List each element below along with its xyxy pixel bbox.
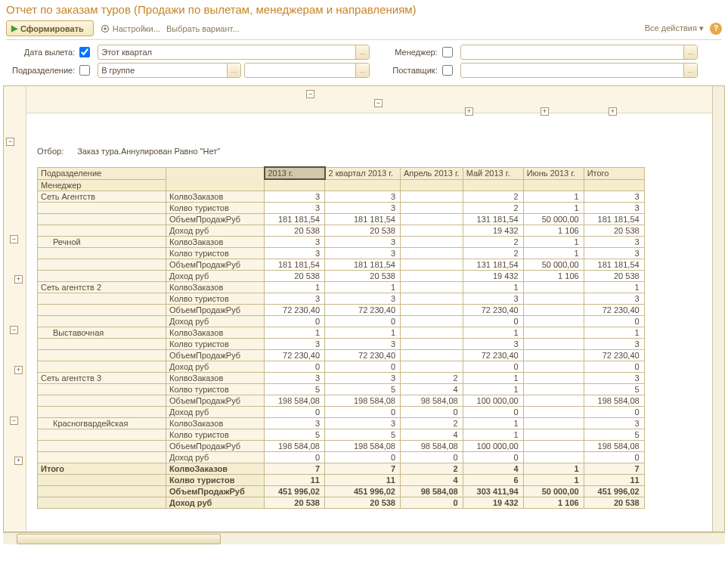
row-label bbox=[38, 440, 166, 451]
table-row: ОбъемПродажРуб198 584,08198 584,0898 584… bbox=[38, 395, 645, 406]
supplier-select-button[interactable]: … bbox=[683, 64, 697, 77]
division-input[interactable] bbox=[98, 64, 227, 77]
value-cell: 72 230,40 bbox=[265, 349, 325, 361]
col-expand-2[interactable]: + bbox=[541, 107, 549, 116]
value-cell: 19 432 bbox=[463, 270, 523, 281]
supplier-field[interactable]: … bbox=[460, 63, 698, 78]
value-cell: 1 bbox=[523, 474, 584, 485]
table-row: Колво туристов55415 bbox=[38, 383, 645, 395]
collapse-group3-button[interactable]: − bbox=[10, 417, 18, 425]
header-may[interactable]: Май 2013 г. bbox=[463, 167, 523, 179]
collapse-group2-button[interactable]: − bbox=[10, 326, 18, 334]
flight-date-checkbox[interactable] bbox=[79, 47, 90, 57]
generate-button[interactable]: ▶ Сформировать bbox=[6, 20, 94, 36]
col-expand-3[interactable]: + bbox=[609, 107, 617, 116]
col-collapse-1[interactable]: − bbox=[306, 90, 314, 98]
value-cell bbox=[523, 304, 584, 315]
value-cell: 181 181,54 bbox=[584, 213, 644, 225]
division-field[interactable]: … bbox=[98, 63, 241, 78]
value-cell bbox=[401, 202, 463, 213]
metric-label: КолвоЗаказов bbox=[166, 281, 265, 293]
value-cell: 72 230,40 bbox=[584, 304, 644, 315]
value-cell: 1 bbox=[463, 281, 523, 293]
table-row: ОбъемПродажРуб451 996,02451 996,0298 584… bbox=[38, 485, 645, 497]
svg-point-1 bbox=[104, 27, 107, 30]
division-select-button[interactable]: … bbox=[227, 64, 240, 77]
header-q2[interactable]: 2 квартал 2013 г. bbox=[325, 167, 401, 179]
value-cell: 3 bbox=[265, 417, 325, 429]
value-cell: 5 bbox=[325, 429, 401, 440]
row-label bbox=[38, 293, 166, 304]
manager-field[interactable]: … bbox=[460, 45, 698, 60]
value-cell bbox=[401, 225, 463, 236]
value-cell: 131 181,54 bbox=[463, 259, 523, 270]
flight-date-select-button[interactable]: … bbox=[355, 45, 369, 59]
toolbar: ▶ Сформировать Настройки... Выбрать вари… bbox=[6, 20, 722, 40]
row-label bbox=[38, 338, 166, 349]
value-cell: 1 bbox=[325, 281, 401, 293]
gear-icon bbox=[100, 23, 110, 34]
col-collapse-2[interactable]: − bbox=[374, 99, 383, 107]
flight-date-field[interactable]: … bbox=[98, 45, 370, 60]
metric-label: КолвоЗаказов bbox=[166, 372, 265, 383]
value-cell: 4 bbox=[463, 463, 523, 474]
supplier-checkbox[interactable] bbox=[442, 65, 453, 76]
supplier-input[interactable] bbox=[461, 64, 683, 77]
header-jun[interactable]: Июнь 2013 г. bbox=[523, 167, 584, 179]
expand-child1-button[interactable]: + bbox=[14, 275, 23, 284]
value-cell: 5 bbox=[584, 429, 644, 440]
row-label: Сеть агентств 2 bbox=[38, 281, 166, 293]
table-row: ИтогоКолвоЗаказов772417 bbox=[38, 463, 645, 474]
value-cell: 3 bbox=[325, 372, 401, 383]
value-cell: 98 584,08 bbox=[401, 440, 463, 451]
value-cell: 1 106 bbox=[523, 225, 584, 236]
division-value-field[interactable]: … bbox=[244, 63, 370, 78]
manager-input[interactable] bbox=[461, 45, 683, 59]
manager-select-button[interactable]: … bbox=[683, 45, 697, 59]
flight-date-input[interactable] bbox=[98, 45, 355, 59]
division-checkbox[interactable] bbox=[79, 65, 90, 76]
expand-child3-button[interactable]: + bbox=[14, 457, 23, 465]
expand-child2-button[interactable]: + bbox=[14, 366, 23, 374]
settings-button[interactable]: Настройки... bbox=[100, 23, 160, 34]
table-row: Сеть АгентствКолвоЗаказов33213 bbox=[38, 191, 645, 202]
vertical-scrollbar[interactable] bbox=[712, 86, 724, 531]
header-year[interactable]: 2013 г. bbox=[265, 167, 325, 179]
table-row: Доход руб20 53820 53819 4321 10620 538 bbox=[38, 270, 645, 281]
metric-label: Колво туристов bbox=[166, 429, 265, 440]
col-expand-1[interactable]: + bbox=[465, 107, 473, 116]
value-cell: 50 000,00 bbox=[523, 259, 584, 270]
value-cell: 3 bbox=[265, 338, 325, 349]
value-cell: 1 bbox=[265, 281, 325, 293]
row-label bbox=[38, 429, 166, 440]
horizontal-scrollbar[interactable] bbox=[3, 532, 725, 544]
value-cell: 181 181,54 bbox=[265, 213, 325, 225]
help-button[interactable]: ? bbox=[710, 23, 722, 35]
table-row: Доход руб0000 bbox=[38, 361, 645, 372]
value-cell bbox=[401, 315, 463, 327]
value-cell: 1 bbox=[523, 463, 584, 474]
flight-date-label: Дата вылета: bbox=[12, 48, 75, 57]
collapse-all-button[interactable]: − bbox=[6, 138, 14, 146]
table-row: Сеть агентств 2КолвоЗаказов1111 bbox=[38, 281, 645, 293]
value-cell: 181 181,54 bbox=[325, 213, 401, 225]
table-row: ОбъемПродажРуб72 230,4072 230,4072 230,4… bbox=[38, 349, 645, 361]
table-row: Доход руб20 53820 538019 4321 10620 538 bbox=[38, 497, 645, 508]
metric-label: Доход руб bbox=[166, 451, 265, 463]
header-total[interactable]: Итого bbox=[584, 167, 644, 179]
value-cell: 2 bbox=[401, 463, 463, 474]
table-row: ВыставочнаяКолвоЗаказов1111 bbox=[38, 327, 645, 338]
value-cell: 198 584,08 bbox=[325, 440, 401, 451]
manager-checkbox[interactable] bbox=[442, 47, 453, 57]
division-value-input[interactable] bbox=[245, 64, 355, 77]
all-actions-dropdown[interactable]: Все действия ▾ bbox=[645, 23, 704, 33]
variant-button[interactable]: Выбрать вариант... bbox=[166, 24, 240, 33]
scrollbar-thumb[interactable] bbox=[17, 534, 221, 544]
value-cell: 0 bbox=[325, 451, 401, 463]
report-scroll[interactable]: Отбор:Заказ тура.Аннулирован Равно "Нет"… bbox=[26, 113, 712, 531]
header-apr[interactable]: Апрель 2013 г. bbox=[401, 167, 463, 179]
row-label bbox=[38, 202, 166, 213]
division-value-select-button[interactable]: … bbox=[355, 64, 369, 77]
collapse-group1-button[interactable]: − bbox=[10, 235, 18, 243]
value-cell: 1 bbox=[584, 281, 644, 293]
